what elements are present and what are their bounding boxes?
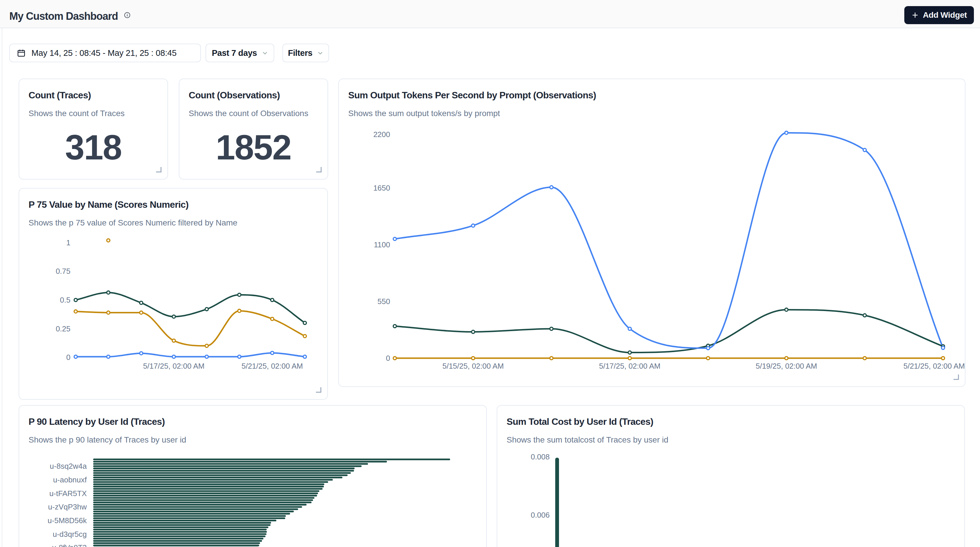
svg-text:0: 0	[66, 353, 70, 361]
svg-text:5/17/25, 02:00 AM: 5/17/25, 02:00 AM	[599, 361, 660, 370]
svg-text:u-aobnuxf: u-aobnuxf	[53, 476, 87, 484]
svg-text:5/21/25, 02:00 AM: 5/21/25, 02:00 AM	[904, 361, 965, 370]
svg-text:u-tFAR5TX: u-tFAR5TX	[49, 489, 87, 498]
svg-text:u-zVqP3hw: u-zVqP3hw	[48, 503, 87, 511]
svg-text:5/21/25, 02:00 AM: 5/21/25, 02:00 AM	[241, 361, 303, 370]
svg-text:0.008: 0.008	[531, 452, 550, 461]
svg-text:1650: 1650	[373, 184, 390, 192]
svg-text:5/17/25, 02:00 AM: 5/17/25, 02:00 AM	[143, 361, 204, 370]
svg-text:u-8fVa9T3: u-8fVa9T3	[52, 543, 87, 547]
svg-text:5/19/25, 02:00 AM: 5/19/25, 02:00 AM	[756, 361, 817, 370]
svg-text:0: 0	[386, 354, 390, 363]
svg-text:1: 1	[66, 238, 70, 247]
svg-text:2200: 2200	[373, 130, 390, 139]
svg-text:0.75: 0.75	[56, 267, 70, 276]
svg-text:1100: 1100	[374, 240, 390, 249]
svg-text:550: 550	[378, 297, 390, 306]
svg-text:u-d3qr5cg: u-d3qr5cg	[53, 530, 87, 539]
svg-text:0.5: 0.5	[60, 296, 70, 304]
svg-text:0.006: 0.006	[531, 511, 550, 519]
svg-text:u-5M8D56k: u-5M8D56k	[48, 516, 87, 525]
svg-text:5/15/25, 02:00 AM: 5/15/25, 02:00 AM	[442, 361, 504, 370]
svg-text:u-8sq2w4a: u-8sq2w4a	[50, 462, 87, 471]
svg-text:0.25: 0.25	[56, 324, 70, 333]
